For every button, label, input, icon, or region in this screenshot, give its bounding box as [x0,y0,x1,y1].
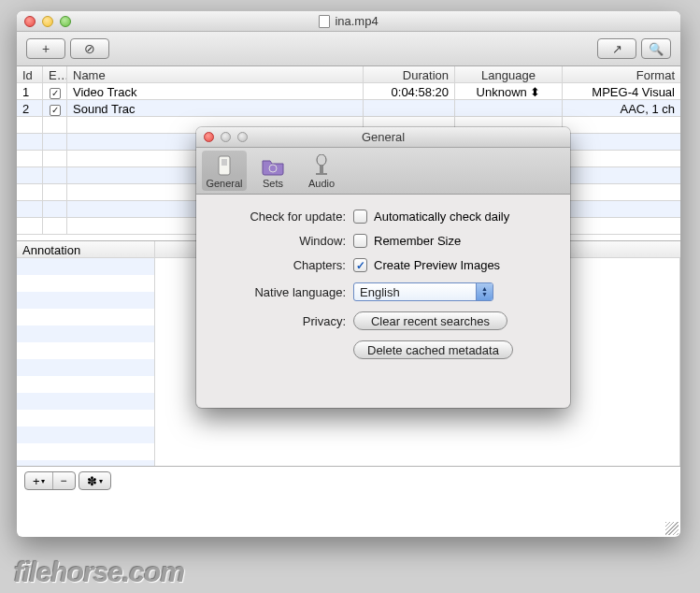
tab-audio[interactable]: Audio [299,151,344,191]
dialog-title: General [196,130,570,144]
add-remove-seg: +▾ − [24,471,76,490]
col-language[interactable]: Language [455,66,563,82]
svg-rect-5 [316,173,327,175]
update-text: Automatically check daily [374,210,509,224]
chapters-text: Create Preview Images [374,258,500,272]
remove-annotation-button[interactable]: − [53,472,75,489]
row-update: Check for update: Automatically check da… [215,210,551,224]
col-id[interactable]: Id [17,66,43,82]
tab-sets[interactable]: Sets [250,151,295,191]
cell-enabled[interactable]: ✓ [43,83,67,99]
folder-icon [260,153,286,178]
cell-name: Video Track [67,83,364,99]
preferences-dialog: General General Sets Audio Check for upd… [196,127,570,408]
svg-rect-1 [221,159,227,166]
window-text: Remember Size [374,234,461,248]
svg-point-3 [317,154,326,166]
add-button[interactable]: + [26,38,65,59]
mic-icon [308,153,335,178]
privacy-label: Privacy: [215,314,353,328]
cell-enabled[interactable]: ✓ [43,100,67,116]
dialog-titlebar: General [196,127,570,148]
chevron-updown-icon: ▲▼ [476,283,493,300]
cell-language[interactable]: Unknown ⬍ [455,83,563,99]
row-language: Native language: English ▲▼ [215,282,551,301]
gear-seg: ✽▾ [79,471,111,490]
window-label: Window: [215,234,353,248]
col-enabled[interactable]: E... [43,66,67,82]
svg-rect-4 [320,166,323,173]
switch-icon [211,153,237,178]
share-icon: ↗ [612,42,622,56]
language-label: Native language: [215,285,353,299]
titlebar: ina.mp4 [17,11,680,32]
dialog-toolbar: General Sets Audio [196,148,570,195]
row-privacy2: Delete cached metadata [215,340,551,359]
window-checkbox[interactable] [353,234,367,248]
row-window: Window: Remember Size [215,234,551,248]
tab-label: Audio [308,178,335,189]
tab-general[interactable]: General [202,151,247,191]
cell-format: MPEG-4 Visual [563,83,680,99]
cell-id: 2 [17,100,43,116]
language-value: English [360,285,400,299]
checkbox-icon[interactable]: ✓ [50,105,61,116]
resize-grip-icon[interactable] [665,522,679,535]
col-name[interactable]: Name [67,66,364,82]
tab-label: General [206,178,242,189]
dialog-body: Check for update: Automatically check da… [196,195,570,381]
row-privacy: Privacy: Clear recent searches [215,311,551,330]
table-row[interactable]: 2 ✓ Sound Trac AAC, 1 ch [17,100,680,117]
block-button[interactable]: ⊘ [70,38,109,59]
annotation-col[interactable]: Annotation [17,241,155,257]
track-table-header: Id E... Name Duration Language Format [17,66,680,83]
delete-metadata-button[interactable]: Delete cached metadata [353,340,513,359]
cell-language [455,100,563,116]
update-checkbox[interactable] [353,210,367,224]
window-title-text: ina.mp4 [335,14,378,28]
tab-label: Sets [263,178,283,189]
update-label: Check for update: [215,210,353,224]
search-icon: 🔍 [649,42,664,56]
cell-duration [364,100,455,116]
chapters-label: Chapters: [215,258,353,272]
col-format[interactable]: Format [563,66,680,82]
cell-id: 1 [17,83,43,99]
chapters-checkbox[interactable]: ✓ [353,258,367,272]
toolbar: + ⊘ ↗ 🔍 [17,32,680,66]
table-row[interactable]: 1 ✓ Video Track 0:04:58:20 Unknown ⬍ MPE… [17,83,680,100]
footer-bar: +▾ − ✽▾ [17,466,680,495]
cell-format: AAC, 1 ch [563,100,680,116]
col-duration[interactable]: Duration [364,66,455,82]
clear-searches-button[interactable]: Clear recent searches [353,311,507,330]
file-icon [319,15,330,28]
cell-name: Sound Trac [67,100,364,116]
gear-button[interactable]: ✽▾ [79,472,110,489]
checkbox-icon[interactable]: ✓ [50,88,61,99]
search-button[interactable]: 🔍 [641,38,671,59]
add-annotation-button[interactable]: +▾ [25,472,53,489]
share-button[interactable]: ↗ [597,38,636,59]
window-title: ina.mp4 [17,14,680,28]
dropdown-icon: ⬍ [530,85,540,99]
language-select[interactable]: English ▲▼ [353,282,493,301]
annotation-list[interactable] [17,258,155,466]
gear-icon: ✽ [87,474,97,488]
watermark: filehorse.com [14,557,184,588]
row-chapters: Chapters: ✓Create Preview Images [215,258,551,272]
cell-duration: 0:04:58:20 [364,83,455,99]
